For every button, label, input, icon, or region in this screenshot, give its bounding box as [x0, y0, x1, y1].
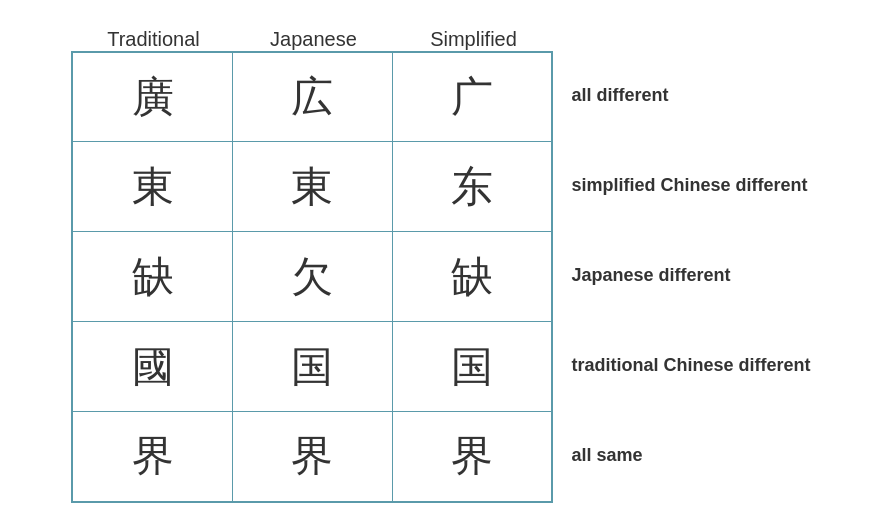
comparison-table: 廣広广東東东缺欠缺國国国界界界 [71, 51, 553, 503]
cell-simplified-4: 界 [392, 412, 552, 502]
cell-traditional-3: 國 [72, 322, 232, 412]
cell-traditional-4: 界 [72, 412, 232, 502]
row-label-3: traditional Chinese different [571, 321, 810, 411]
row-label-2: Japanese different [571, 231, 810, 321]
column-headers: Traditional Japanese Simplified [71, 28, 553, 51]
cell-traditional-1: 東 [72, 142, 232, 232]
header-traditional: Traditional [73, 28, 233, 51]
cell-japanese-4: 界 [232, 412, 392, 502]
cell-simplified-0: 广 [392, 52, 552, 142]
cell-simplified-2: 缺 [392, 232, 552, 322]
main-container: Traditional Japanese Simplified 廣広广東東东缺欠… [31, 8, 850, 523]
cell-japanese-0: 広 [232, 52, 392, 142]
table-row: 國国国 [72, 322, 552, 412]
header-simplified: Simplified [393, 28, 553, 51]
row-label-4: all same [571, 411, 810, 501]
table-wrapper: 廣広广東東东缺欠缺國国国界界界 all differentsimplified … [71, 51, 810, 503]
cell-japanese-2: 欠 [232, 232, 392, 322]
row-label-0: all different [571, 51, 810, 141]
table-row: 缺欠缺 [72, 232, 552, 322]
row-labels: all differentsimplified Chinese differen… [571, 51, 810, 501]
cell-japanese-1: 東 [232, 142, 392, 232]
table-row: 東東东 [72, 142, 552, 232]
cell-traditional-2: 缺 [72, 232, 232, 322]
cell-traditional-0: 廣 [72, 52, 232, 142]
cell-japanese-3: 国 [232, 322, 392, 412]
cell-simplified-3: 国 [392, 322, 552, 412]
header-japanese: Japanese [233, 28, 393, 51]
row-label-1: simplified Chinese different [571, 141, 810, 231]
cell-simplified-1: 东 [392, 142, 552, 232]
table-row: 界界界 [72, 412, 552, 502]
table-row: 廣広广 [72, 52, 552, 142]
